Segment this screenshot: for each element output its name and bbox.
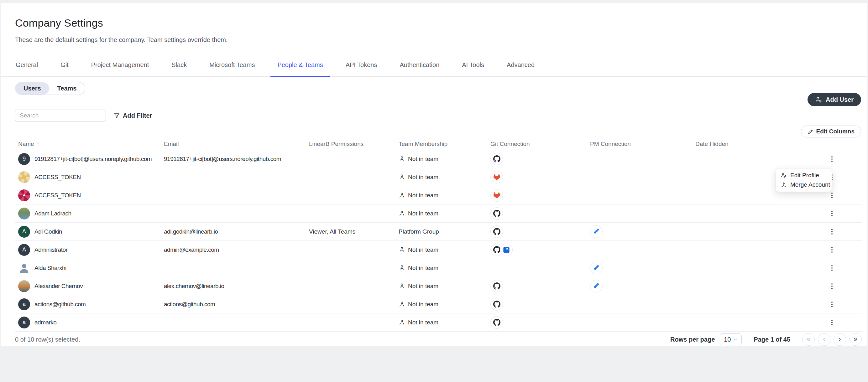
github-icon xyxy=(490,153,503,165)
user-name: admarko xyxy=(34,319,56,326)
table-row[interactable]: AAdministrator admin@example.com Not in … xyxy=(15,241,862,259)
git-connection-cell xyxy=(487,153,587,165)
last-page-button[interactable]: » xyxy=(849,333,862,346)
pm-connection-cell xyxy=(587,280,692,292)
team-membership-label: Not in team xyxy=(408,301,438,308)
not-in-team-icon xyxy=(399,210,405,217)
column-label: Email xyxy=(164,141,179,147)
chevron-down-icon xyxy=(733,337,738,342)
add-filter-button[interactable]: Add Filter xyxy=(114,110,152,121)
menu-item-edit-profile[interactable]: Edit Profile xyxy=(776,171,832,180)
user-name: ACCESS_TOKEN xyxy=(34,174,81,181)
table-row[interactable]: Adam Ladrach Not in team xyxy=(15,205,862,222)
tab-people-and-teams[interactable]: People & Teams xyxy=(271,53,330,76)
user-name: Alda Sharxhi xyxy=(34,265,66,272)
not-in-team-icon xyxy=(399,174,405,180)
row-menu-button[interactable] xyxy=(827,299,837,310)
tab-api-tokens[interactable]: API Tokens xyxy=(339,53,384,76)
users-table: Name ↑ Email LinearB Permissions Team Me… xyxy=(15,138,862,332)
tab-authentication[interactable]: Authentication xyxy=(393,53,446,76)
row-menu-button[interactable] xyxy=(827,263,837,273)
column-header-permissions[interactable]: LinearB Permissions xyxy=(306,141,396,147)
not-in-team-icon xyxy=(399,265,405,271)
git-connection-cell xyxy=(487,244,587,256)
table-row[interactable]: Alda Sharxhi Not in team xyxy=(15,259,862,277)
not-in-team-icon xyxy=(399,301,405,308)
user-email: 91912817+jit-ci[bot]@users.noreply.githu… xyxy=(161,155,306,163)
user-name: Alexander Chernov xyxy=(34,283,83,290)
menu-item-merge-account[interactable]: Merge Account xyxy=(776,180,832,189)
row-menu-button[interactable] xyxy=(827,208,837,219)
avatar-identicon xyxy=(18,171,30,183)
github-icon xyxy=(490,225,503,238)
table-row[interactable]: aadmarko Not in team xyxy=(15,313,862,332)
table-row[interactable]: ACCESS_TOKEN Not in team xyxy=(15,186,862,205)
team-membership-label: Platform Group xyxy=(399,228,439,235)
table-header-row: Name ↑ Email LinearB Permissions Team Me… xyxy=(15,138,862,150)
column-header-git-connection[interactable]: Git Connection xyxy=(487,141,587,147)
column-header-date-hidden[interactable]: Date Hidden xyxy=(692,141,799,147)
not-in-team-icon xyxy=(399,319,405,326)
first-page-button[interactable]: « xyxy=(802,333,815,346)
github-icon xyxy=(490,207,503,220)
tab-microsoft-teams[interactable]: Microsoft Teams xyxy=(203,53,262,76)
git-connection-cell xyxy=(487,298,587,311)
table-row[interactable]: ACCESS_TOKEN Not in team xyxy=(15,168,862,186)
add-filter-label: Add Filter xyxy=(123,112,152,119)
rows-per-page-value: 10 xyxy=(724,336,731,343)
search-input[interactable] xyxy=(15,110,106,121)
table-row[interactable]: AAdi Godkin adi.godkin@linearb.io Viewer… xyxy=(15,222,862,241)
company-settings-page: Company Settings These are the default s… xyxy=(1,3,867,346)
tab-ai-tools[interactable]: AI Tools xyxy=(455,53,491,76)
add-user-icon xyxy=(815,96,822,103)
add-user-button[interactable]: Add User xyxy=(808,93,861,106)
avatar: A xyxy=(18,226,30,238)
row-menu-button[interactable] xyxy=(827,154,837,164)
user-email: alex.chernov@linearb.io xyxy=(161,283,306,290)
tab-slack[interactable]: Slack xyxy=(164,53,194,76)
table-row[interactable]: 991912817+jit-ci[bot]@users.noreply.gith… xyxy=(15,150,862,168)
column-header-pm-connection[interactable]: PM Connection xyxy=(587,141,692,147)
git-connection-cell xyxy=(487,207,587,220)
toggle-users[interactable]: Users xyxy=(16,82,49,95)
add-user-label: Add User xyxy=(826,96,854,103)
edit-columns-button[interactable]: Edit Columns xyxy=(801,126,861,137)
pencil-icon xyxy=(808,129,813,135)
git-connection-cell xyxy=(487,280,587,292)
team-membership-cell: Not in team xyxy=(396,265,487,272)
column-header-email[interactable]: Email xyxy=(161,141,306,147)
tab-project-management[interactable]: Project Management xyxy=(84,53,156,76)
user-email: actions@github.com xyxy=(161,301,306,308)
column-header-team-membership[interactable]: Team Membership xyxy=(396,141,487,147)
row-menu-button[interactable] xyxy=(827,227,837,237)
rows-per-page-select[interactable]: 10 xyxy=(720,334,742,345)
filter-funnel-icon xyxy=(114,112,120,119)
row-menu-button[interactable] xyxy=(827,245,837,255)
rows-per-page-label: Rows per page xyxy=(670,336,715,343)
not-in-team-icon xyxy=(399,155,405,162)
row-menu-button[interactable] xyxy=(827,281,837,291)
selection-status: 0 of 10 row(s) selected. xyxy=(15,336,80,343)
table-row[interactable]: aactions@github.com actions@github.com N… xyxy=(15,295,862,313)
team-membership-label: Not in team xyxy=(408,246,438,253)
team-membership-cell: Not in team xyxy=(396,174,487,181)
not-in-team-icon xyxy=(399,246,405,253)
team-membership-cell: Not in team xyxy=(396,155,487,163)
not-in-team-icon xyxy=(399,192,405,199)
team-membership-label: Not in team xyxy=(408,174,438,181)
edit-profile-icon xyxy=(781,172,787,178)
row-menu-button[interactable] xyxy=(827,317,837,328)
team-membership-label: Not in team xyxy=(408,319,438,326)
column-label: PM Connection xyxy=(590,141,631,147)
settings-tabs: General Git Project Management Slack Mic… xyxy=(1,53,867,77)
previous-page-button[interactable]: ‹ xyxy=(818,333,830,346)
column-header-name[interactable]: Name ↑ xyxy=(15,141,161,147)
team-membership-cell: Not in team xyxy=(396,319,487,326)
table-row[interactable]: Alexander Chernov alex.chernov@linearb.i… xyxy=(15,277,862,295)
tab-general[interactable]: General xyxy=(9,53,45,76)
next-page-button[interactable]: › xyxy=(834,333,846,346)
tab-advanced[interactable]: Advanced xyxy=(500,53,541,76)
toggle-teams[interactable]: Teams xyxy=(49,82,85,95)
tab-git[interactable]: Git xyxy=(54,53,75,76)
gitlab-icon xyxy=(490,171,503,183)
